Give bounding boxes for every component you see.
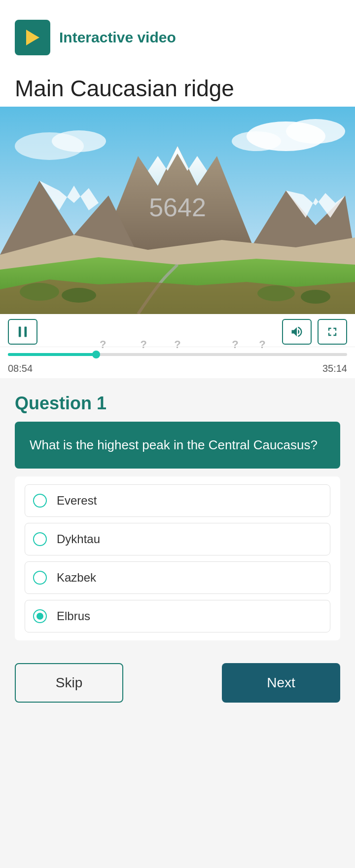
- app-logo-icon: [15, 20, 50, 55]
- radio-kazbek: [33, 571, 47, 585]
- question-marker-5: ?: [259, 338, 265, 351]
- question-section: Question 1 What is the highest peak in t…: [0, 378, 355, 640]
- timeline-wrapper: ? ? ? ? ?: [0, 347, 355, 362]
- svg-point-6: [52, 130, 106, 152]
- question-marker-2: ?: [140, 338, 146, 351]
- svg-point-17: [62, 288, 96, 303]
- answer-label-dykhtau: Dykhtau: [57, 532, 100, 546]
- answer-label-kazbek: Kazbek: [57, 571, 96, 585]
- timeline-bar[interactable]: ? ? ? ? ?: [8, 347, 347, 362]
- app-title: Interactive video: [59, 29, 176, 46]
- answer-label-everest: Everest: [57, 494, 97, 508]
- svg-marker-0: [29, 32, 39, 43]
- radio-elbrus: [33, 609, 47, 623]
- fullscreen-button[interactable]: [318, 319, 347, 345]
- video-overlay-number: 5642: [149, 193, 206, 222]
- question-marker-3: ?: [174, 338, 180, 351]
- svg-point-19: [301, 290, 330, 304]
- answers-area: Everest Dykhtau Kazbek Elbrus: [15, 476, 340, 640]
- svg-rect-21: [25, 327, 27, 337]
- svg-point-3: [286, 119, 345, 144]
- track-progress: [8, 353, 96, 356]
- svg-rect-20: [19, 327, 21, 337]
- answer-option-everest[interactable]: Everest: [25, 484, 330, 517]
- answer-label-elbrus: Elbrus: [57, 609, 90, 623]
- time-total: 35:14: [322, 363, 347, 374]
- video-player[interactable]: 5642: [0, 107, 355, 314]
- page-title: Main Caucasian ridge: [0, 65, 355, 107]
- radio-dykhtau: [33, 532, 47, 546]
- question-marker-1: ?: [100, 338, 106, 351]
- answer-option-dykhtau[interactable]: Dykhtau: [25, 523, 330, 555]
- question-box: What is the highest peak in the Central …: [15, 422, 340, 469]
- radio-everest: [33, 494, 47, 508]
- answer-option-elbrus[interactable]: Elbrus: [25, 600, 330, 632]
- volume-button[interactable]: [282, 319, 312, 345]
- svg-point-4: [232, 131, 281, 151]
- svg-point-16: [20, 283, 59, 301]
- question-text: What is the highest peak in the Central …: [30, 435, 325, 455]
- skip-button[interactable]: Skip: [15, 663, 123, 703]
- time-labels: 08:54 35:14: [0, 362, 355, 378]
- svg-point-18: [257, 285, 295, 301]
- app-header: Interactive video: [0, 0, 355, 65]
- action-buttons: Skip Next: [0, 648, 355, 732]
- progress-thumb[interactable]: [92, 351, 100, 358]
- question-marker-4: ?: [232, 338, 238, 351]
- answer-option-kazbek[interactable]: Kazbek: [25, 561, 330, 594]
- next-button[interactable]: Next: [222, 663, 340, 703]
- pause-button[interactable]: [8, 319, 37, 345]
- time-current: 08:54: [8, 363, 33, 374]
- question-label: Question 1: [15, 393, 340, 414]
